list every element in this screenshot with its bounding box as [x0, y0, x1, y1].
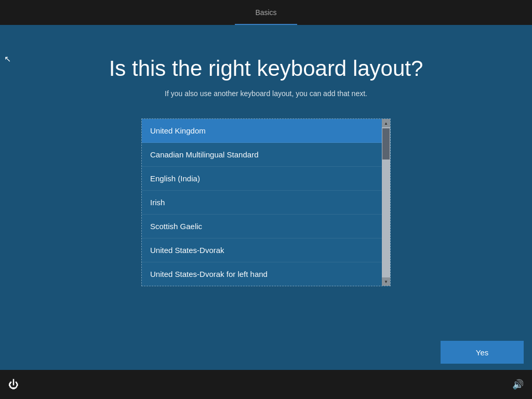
keyboard-list-wrapper: United Kingdom Canadian Multilingual Sta…	[141, 118, 391, 286]
list-item-united-kingdom[interactable]: United Kingdom	[142, 119, 390, 143]
list-item-us-dvorak-left[interactable]: United States-Dvorak for left hand	[142, 262, 390, 286]
bottom-bar: ⏻ 🔊	[0, 370, 532, 399]
power-icon[interactable]: ⏻	[8, 379, 19, 391]
list-item-us-dvorak[interactable]: United States-Dvorak	[142, 238, 390, 262]
volume-icon[interactable]: 🔊	[512, 379, 524, 390]
list-item-scottish-gaelic[interactable]: Scottish Gaelic	[142, 215, 390, 238]
list-item-english-india[interactable]: English (India)	[142, 167, 390, 191]
page-subheading: If you also use another keyboard layout,…	[165, 89, 367, 98]
scrollbar-track: ▲ ▼	[382, 119, 390, 286]
list-item-canadian-multilingual[interactable]: Canadian Multilingual Standard	[142, 143, 390, 167]
cursor-icon: ↖	[4, 54, 11, 64]
top-bar: Basics	[0, 0, 532, 25]
keyboard-list-items: United Kingdom Canadian Multilingual Sta…	[142, 119, 390, 286]
scrollbar-arrow-down[interactable]: ▼	[382, 277, 390, 286]
top-bar-title: Basics	[255, 8, 276, 17]
list-item-irish[interactable]: Irish	[142, 191, 390, 215]
yes-button[interactable]: Yes	[441, 341, 524, 364]
page-heading: Is this the right keyboard layout?	[109, 56, 423, 81]
scrollbar-thumb[interactable]	[382, 128, 390, 159]
scrollbar-arrow-up[interactable]: ▲	[382, 119, 390, 127]
main-content: Is this the right keyboard layout? If yo…	[0, 25, 532, 286]
top-bar-underline	[235, 24, 297, 25]
keyboard-list: United Kingdom Canadian Multilingual Sta…	[141, 118, 391, 286]
